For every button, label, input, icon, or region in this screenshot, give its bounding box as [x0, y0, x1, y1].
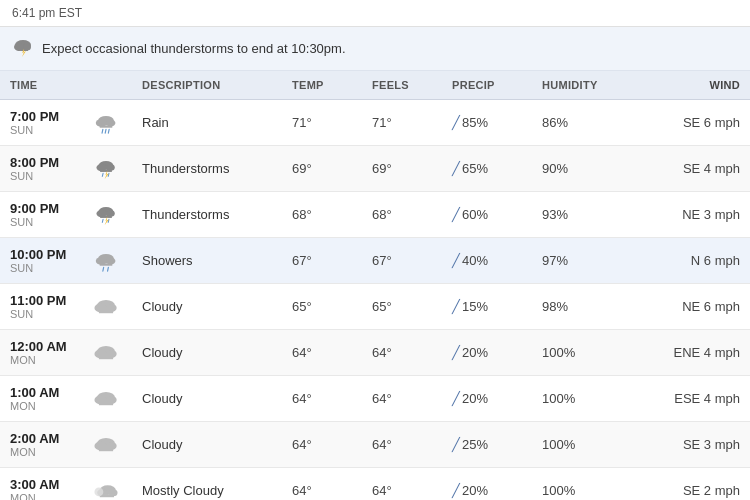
svg-line-16: [102, 173, 103, 176]
top-bar: 6:41 pm EST: [0, 0, 750, 27]
day-value: SUN: [10, 308, 70, 320]
weather-icon-showers: [90, 250, 122, 272]
feels-cell: 64°: [362, 330, 442, 376]
feels-cell: 64°: [362, 376, 442, 422]
precip-cell: ╱20%: [442, 330, 532, 376]
svg-line-10: [105, 129, 106, 133]
day-value: MON: [10, 400, 70, 412]
time-value: 3:00 AM: [10, 477, 70, 492]
description-cell: Mostly Cloudy: [132, 468, 282, 501]
day-value: SUN: [10, 262, 70, 274]
precip-icon: ╱: [452, 345, 460, 360]
svg-rect-15: [100, 169, 112, 171]
wind-cell: SE 4 mph: [632, 146, 750, 192]
feels-cell: 65°: [362, 284, 442, 330]
current-time: 6:41 pm EST: [12, 6, 82, 20]
time-value: 12:00 AM: [10, 339, 70, 354]
weather-icon-cloudy: [90, 434, 122, 456]
table-row: 12:00 AM MON Cloudy 64° 64° ╱20% 100% EN…: [0, 330, 750, 376]
temp-cell: 71°: [282, 100, 362, 146]
table-row: 2:00 AM MON Cloudy 64° 64° ╱25% 100% SE …: [0, 422, 750, 468]
header-humidity: HUMIDITY: [532, 71, 632, 100]
temp-cell: 69°: [282, 146, 362, 192]
precip-cell: ╱20%: [442, 468, 532, 501]
time-value: 9:00 PM: [10, 201, 70, 216]
precip-cell: ╱40%: [442, 238, 532, 284]
alert-text: Expect occasional thunderstorms to end a…: [42, 41, 346, 56]
precip-cell: ╱65%: [442, 146, 532, 192]
humidity-cell: 100%: [532, 376, 632, 422]
description-cell: Thunderstorms: [132, 146, 282, 192]
wind-cell: SE 6 mph: [632, 100, 750, 146]
weather-icon-thunderstorm: [90, 158, 122, 180]
svg-line-9: [102, 129, 103, 133]
time-cell: 10:00 PM SUN: [0, 238, 80, 284]
precip-icon: ╱: [452, 253, 460, 268]
icon-cell: [80, 330, 132, 376]
time-value: 10:00 PM: [10, 247, 70, 262]
weather-icon-rain: [90, 112, 122, 134]
precip-icon: ╱: [452, 161, 460, 176]
icon-cell: [80, 468, 132, 501]
time-cell: 7:00 PM SUN: [0, 100, 80, 146]
icon-cell: [80, 100, 132, 146]
humidity-cell: 98%: [532, 284, 632, 330]
day-value: SUN: [10, 124, 70, 136]
header-time: TIME: [0, 71, 80, 100]
description-cell: Thunderstorms: [132, 192, 282, 238]
wind-cell: ESE 4 mph: [632, 376, 750, 422]
time-value: 1:00 AM: [10, 385, 70, 400]
description-cell: Cloudy: [132, 330, 282, 376]
table-row: 10:00 PM SUN Showers 67° 67° ╱40% 97% N …: [0, 238, 750, 284]
svg-rect-22: [100, 215, 112, 217]
wind-cell: N 6 mph: [632, 238, 750, 284]
icon-cell: [80, 422, 132, 468]
svg-rect-29: [100, 263, 113, 265]
precip-cell: ╱25%: [442, 422, 532, 468]
weather-icon-thunderstorm: [90, 204, 122, 226]
precip-icon: ╱: [452, 299, 460, 314]
svg-line-23: [102, 219, 103, 222]
feels-cell: 69°: [362, 146, 442, 192]
precip-cell: ╱20%: [442, 376, 532, 422]
description-cell: Cloudy: [132, 376, 282, 422]
header-temp: TEMP: [282, 71, 362, 100]
wind-cell: SE 2 mph: [632, 468, 750, 501]
svg-line-30: [103, 267, 104, 271]
header-precip: PRECIP: [442, 71, 532, 100]
svg-rect-47: [99, 447, 113, 451]
wind-cell: ENE 4 mph: [632, 330, 750, 376]
time-value: 7:00 PM: [10, 109, 70, 124]
table-row: 3:00 AM MON Mostly Cloudy 64° 64° ╱20% 1…: [0, 468, 750, 501]
svg-point-52: [94, 487, 103, 496]
table-row: 1:00 AM MON Cloudy 64° 64° ╱20% 100% ESE…: [0, 376, 750, 422]
header-feels: FEELS: [362, 71, 442, 100]
time-cell: 12:00 AM MON: [0, 330, 80, 376]
feels-cell: 67°: [362, 238, 442, 284]
svg-rect-8: [100, 125, 113, 127]
time-cell: 2:00 AM MON: [0, 422, 80, 468]
precip-icon: ╱: [452, 437, 460, 452]
weather-table: TIME DESCRIPTION TEMP FEELS PRECIP HUMID…: [0, 71, 750, 500]
weather-icon-cloudy: [90, 342, 122, 364]
day-value: SUN: [10, 170, 70, 182]
humidity-cell: 100%: [532, 330, 632, 376]
humidity-cell: 86%: [532, 100, 632, 146]
time-cell: 8:00 PM SUN: [0, 146, 80, 192]
svg-line-11: [108, 129, 109, 133]
svg-rect-3: [18, 48, 28, 51]
time-value: 8:00 PM: [10, 155, 70, 170]
icon-cell: [80, 238, 132, 284]
precip-icon: ╱: [452, 391, 460, 406]
svg-line-31: [108, 267, 109, 271]
description-cell: Showers: [132, 238, 282, 284]
header-description: DESCRIPTION: [132, 71, 282, 100]
day-value: MON: [10, 446, 70, 458]
precip-icon: ╱: [452, 483, 460, 498]
table-row: 11:00 PM SUN Cloudy 65° 65° ╱15% 98% NE …: [0, 284, 750, 330]
day-value: SUN: [10, 216, 70, 228]
alert-bar: Expect occasional thunderstorms to end a…: [0, 27, 750, 71]
temp-cell: 65°: [282, 284, 362, 330]
temp-cell: 64°: [282, 468, 362, 501]
header-wind: WIND: [632, 71, 750, 100]
